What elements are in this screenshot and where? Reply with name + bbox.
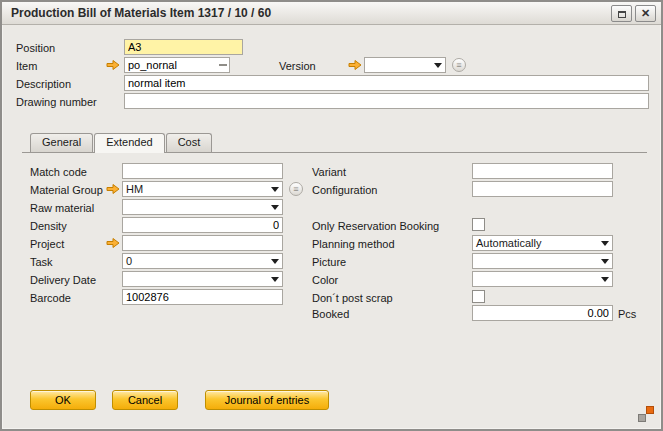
variant-label: Variant bbox=[312, 165, 346, 180]
delivery-date-dropdown[interactable] bbox=[122, 271, 283, 287]
tab-extended[interactable]: Extended bbox=[94, 133, 164, 153]
material-group-dropdown[interactable]: HM bbox=[122, 181, 283, 197]
color-dropdown[interactable] bbox=[472, 271, 613, 287]
close-icon: ✕ bbox=[641, 8, 650, 19]
item-link-arrow-icon[interactable] bbox=[106, 59, 120, 71]
only-reservation-booking-label: Only Reservation Booking bbox=[312, 219, 439, 234]
description-input[interactable] bbox=[124, 75, 649, 91]
material-group-label: Material Group bbox=[30, 183, 103, 198]
minimize-button[interactable] bbox=[611, 5, 632, 22]
variant-input[interactable] bbox=[472, 163, 613, 179]
drawing-number-label: Drawing number bbox=[16, 95, 97, 110]
ok-button[interactable]: OK bbox=[30, 390, 96, 410]
title-bar: Production Bill of Materials Item 1317 /… bbox=[2, 2, 661, 25]
tab-cost[interactable]: Cost bbox=[166, 133, 213, 152]
task-value: 0 bbox=[126, 255, 132, 267]
item-input[interactable]: po_nornal bbox=[124, 57, 230, 73]
chevron-down-icon bbox=[271, 277, 279, 282]
picture-dropdown[interactable] bbox=[472, 253, 613, 269]
cancel-button[interactable]: Cancel bbox=[112, 390, 178, 410]
density-input[interactable] bbox=[122, 217, 283, 233]
version-edit-circle-icon[interactable]: ≡ bbox=[452, 58, 466, 72]
project-input[interactable] bbox=[122, 235, 283, 251]
chevron-down-icon bbox=[601, 241, 609, 246]
planning-method-label: Planning method bbox=[312, 237, 395, 252]
version-link-arrow-icon[interactable] bbox=[348, 59, 362, 71]
production-bom-window: Production Bill of Materials Item 1317 /… bbox=[0, 0, 663, 431]
item-value: po_nornal bbox=[128, 59, 177, 71]
planning-method-dropdown[interactable]: Automatically bbox=[472, 235, 613, 251]
raw-material-dropdown[interactable] bbox=[122, 199, 283, 215]
planning-method-value: Automatically bbox=[476, 237, 541, 249]
dont-post-scrap-label: Don´t post scrap bbox=[312, 291, 393, 306]
picture-label: Picture bbox=[312, 255, 346, 270]
tab-general[interactable]: General bbox=[30, 133, 93, 152]
chevron-down-icon bbox=[271, 187, 279, 192]
task-dropdown[interactable]: 0 bbox=[122, 253, 283, 269]
resize-grip-gray-square-icon bbox=[638, 414, 646, 422]
item-label: Item bbox=[16, 59, 37, 74]
match-code-label: Match code bbox=[30, 165, 87, 180]
chevron-down-icon bbox=[601, 277, 609, 282]
booked-input[interactable] bbox=[472, 305, 613, 321]
chevron-down-icon bbox=[271, 205, 279, 210]
match-code-input[interactable] bbox=[122, 163, 283, 179]
density-label: Density bbox=[30, 219, 67, 234]
close-button[interactable]: ✕ bbox=[635, 5, 656, 22]
description-label: Description bbox=[16, 77, 71, 92]
project-label: Project bbox=[30, 237, 64, 252]
field-minus-icon[interactable] bbox=[219, 64, 227, 66]
resize-grip-orange-square-icon bbox=[646, 406, 654, 414]
configuration-label: Configuration bbox=[312, 183, 377, 198]
minimize-icon bbox=[618, 11, 626, 18]
tab-strip: General Extended Cost bbox=[30, 133, 213, 153]
extended-tab-panel: Match code Material Group HM ≡ Raw mater… bbox=[22, 152, 647, 374]
material-group-value: HM bbox=[126, 183, 143, 195]
chevron-down-icon bbox=[434, 63, 442, 68]
resize-grip[interactable] bbox=[638, 406, 654, 422]
task-label: Task bbox=[30, 255, 53, 270]
dont-post-scrap-checkbox[interactable] bbox=[472, 290, 485, 303]
material-group-edit-circle-icon[interactable]: ≡ bbox=[289, 182, 303, 196]
position-input[interactable] bbox=[124, 39, 243, 55]
project-link-arrow-icon[interactable] bbox=[106, 237, 120, 249]
booked-unit-label: Pcs bbox=[618, 307, 636, 322]
barcode-label: Barcode bbox=[30, 291, 71, 306]
configuration-input[interactable] bbox=[472, 181, 613, 197]
journal-of-entries-button[interactable]: Journal of entries bbox=[205, 390, 329, 410]
version-label: Version bbox=[279, 59, 316, 74]
color-label: Color bbox=[312, 273, 338, 288]
chevron-down-icon bbox=[601, 259, 609, 264]
window-title: Production Bill of Materials Item 1317 /… bbox=[11, 6, 271, 20]
chevron-down-icon bbox=[271, 259, 279, 264]
barcode-input[interactable] bbox=[122, 289, 283, 305]
only-reservation-booking-checkbox[interactable] bbox=[472, 218, 485, 231]
drawing-number-input[interactable] bbox=[124, 93, 649, 109]
version-dropdown[interactable] bbox=[364, 57, 446, 73]
position-label: Position bbox=[16, 41, 55, 56]
delivery-date-label: Delivery Date bbox=[30, 273, 96, 288]
booked-label: Booked bbox=[312, 307, 349, 322]
raw-material-label: Raw material bbox=[30, 201, 94, 216]
material-group-link-arrow-icon[interactable] bbox=[106, 183, 120, 195]
